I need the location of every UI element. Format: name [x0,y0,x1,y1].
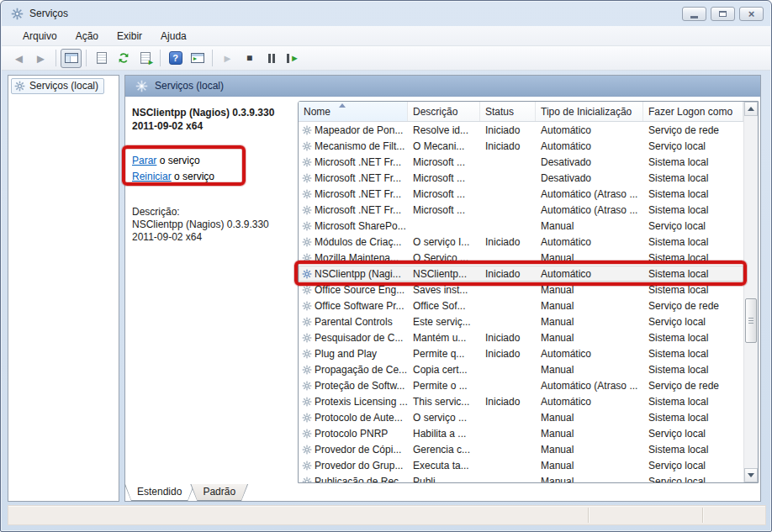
tab-estendido[interactable]: Estendido [124,484,194,501]
toolbar-stop-button[interactable]: ■ [239,49,260,68]
window-title: Serviços [29,8,68,19]
service-gear-icon [299,173,315,183]
service-row[interactable]: Plug and PlayPermite q...IniciadoAutomát… [299,345,743,361]
service-gear-icon [299,349,315,359]
column-header-fazer-logon-como[interactable]: Fazer Logon como [643,102,743,121]
service-row[interactable]: Mecanismo de Filt...O Mecani...IniciadoA… [299,138,743,154]
title-bar[interactable]: Serviços × [1,1,771,26]
service-row[interactable]: Proteção de Softw...Permite o ...Automát… [299,377,743,393]
toolbar-refresh-button[interactable] [113,49,134,68]
service-startup-cell: Manual [536,428,643,440]
tab-padrao[interactable]: Padrão [190,484,248,501]
services-app-icon [11,8,24,20]
main-panel: Serviços (local) NSClientpp (Nagios) 0.3… [124,75,761,502]
service-description-cell: O serviço ... [408,412,480,424]
service-row[interactable]: Pesquisador de C...Mantém u...IniciadoMa… [299,329,743,345]
maximize-icon [719,11,727,17]
service-row[interactable]: Provedor de Cópi...Gerencia c...ManualSi… [299,441,743,457]
toolbar-pane-button[interactable] [187,49,208,68]
service-row[interactable]: Microsoft SharePo...ManualServiço local [299,218,743,234]
toolbar-separator [86,50,87,66]
service-row[interactable]: Office Source Eng...Saves inst...ManualS… [299,282,743,298]
pause-service-icon [268,54,275,63]
menu-item-arquivo[interactable]: Arquivo [13,27,66,45]
status-bar [8,505,766,525]
toolbar-help-button[interactable]: ? [165,49,186,68]
toolbar-tree-button[interactable] [61,49,82,68]
service-row[interactable]: Mozilla Maintena...O Serviço ...ManualSi… [299,250,743,266]
service-row[interactable]: Módulos de Criaç...O serviço I...Iniciad… [299,234,743,250]
scroll-up-button[interactable] [744,102,758,116]
restart-service-link[interactable]: Reiniciar [132,171,172,182]
service-gear-icon [299,317,315,327]
service-logon-cell: Sistema local [643,348,743,360]
service-row[interactable]: Office Software Pr...Office Sof...Manual… [299,298,743,313]
menu-item-ajuda[interactable]: Ajuda [151,27,196,45]
service-startup-cell: Automático [536,348,643,360]
service-name-cell: Mozilla Maintena... [315,252,408,264]
toolbar-pause-button[interactable] [261,49,282,68]
service-logon-cell: Sistema local [643,204,743,216]
service-gear-icon [299,333,315,343]
service-name-cell: Pesquisador de C... [315,332,408,344]
service-gear-icon [299,157,315,167]
maximize-button[interactable] [711,7,735,21]
service-row[interactable]: Parental ControlsEste serviç...ManualSer… [299,313,743,329]
service-startup-cell: Desativado [536,172,643,184]
service-row[interactable]: Mapeador de Pon...Resolve id...IniciadoA… [299,122,743,138]
toolbar-play-button[interactable]: ► [217,49,238,68]
service-gear-icon [299,269,315,279]
service-gear-icon [299,221,315,231]
service-row[interactable]: Microsoft .NET Fr...Microsoft ...Automát… [299,202,743,218]
stop-service-link[interactable]: Parar [132,155,156,166]
service-status-cell: Iniciado [480,236,536,248]
service-row[interactable]: Protocolo PNRPHabilita a ...ManualServiç… [299,425,743,441]
forward-icon: ► [34,52,47,65]
service-logon-cell: Sistema local [643,444,743,456]
toolbar-forward-button[interactable]: ► [30,49,51,68]
service-startup-cell: Manual [536,332,643,344]
service-status-cell: Iniciado [480,124,536,136]
column-header-label: Tipo de Inicialização [541,106,632,118]
column-header-label: Nome [304,106,330,118]
tree-item-servicos-local[interactable]: Serviços (local) [11,78,104,94]
service-row[interactable]: Provedor do Grup...Executa ta...ManualSe… [299,457,743,473]
service-name-cell: Publicação de Rec... [315,476,408,483]
scroll-down-button[interactable] [744,468,758,482]
menu-bar: ArquivoAçãoExibirAjuda [2,26,770,46]
service-description-cell: Microsoft ... [408,172,480,184]
menu-item-exibir[interactable]: Exibir [108,27,151,45]
service-name-cell: Propagação de Ce... [315,364,408,376]
service-row[interactable]: Publicação de Rec...Publi...ManualServiç… [299,473,743,482]
column-header-tipo-de-inicializacao[interactable]: Tipo de Inicialização [536,102,643,121]
toolbar-restart-button[interactable]: ► [283,49,304,68]
service-description: Descrição: NSClientpp (Nagios) 0.3.9.330… [132,206,295,244]
services-window: Serviços × ArquivoAçãoExibirAjuda ◄►►?►■… [0,0,772,532]
service-row[interactable]: Protexis Licensing ...This servic...Inic… [299,393,743,409]
properties-icon [97,52,107,64]
service-startup-cell: Manual [536,316,643,328]
toolbar-doc-button[interactable] [91,49,112,68]
service-startup-cell: Automático [536,236,643,248]
service-row-nsclientpp[interactable]: NSClientpp (Nagi...NSClientp...IniciadoA… [299,266,743,282]
service-row[interactable]: Microsoft .NET Fr...Microsoft ...Automát… [299,186,743,202]
close-button[interactable]: × [739,7,764,21]
menu-item-acao[interactable]: Ação [66,27,108,45]
service-name-cell: Protexis Licensing ... [315,396,408,408]
description-label: Descrição: [132,206,295,219]
stop-service-line: Parar o serviço [132,153,292,169]
service-row[interactable]: Microsoft .NET Fr...Microsoft ...Desativ… [299,154,743,170]
scrollbar-thumb[interactable] [745,298,757,343]
vertical-scrollbar[interactable] [743,102,758,482]
minimize-button[interactable] [682,7,706,21]
column-header-status[interactable]: Status [480,102,536,121]
toolbar-back-button[interactable]: ◄ [8,49,29,68]
service-gear-icon [299,253,315,263]
toolbar-export-button[interactable]: ► [135,49,156,68]
column-header-descricao[interactable]: Descrição [408,102,480,121]
service-status-cell: Iniciado [480,140,536,152]
service-row[interactable]: Microsoft .NET Fr...Microsoft ...Desativ… [299,170,743,186]
column-header-nome[interactable]: Nome [299,102,408,121]
service-row[interactable]: Protocolo de Aute...O serviço ...ManualS… [299,409,743,425]
service-row[interactable]: Propagação de Ce...Copia cert...ManualSi… [299,361,743,377]
